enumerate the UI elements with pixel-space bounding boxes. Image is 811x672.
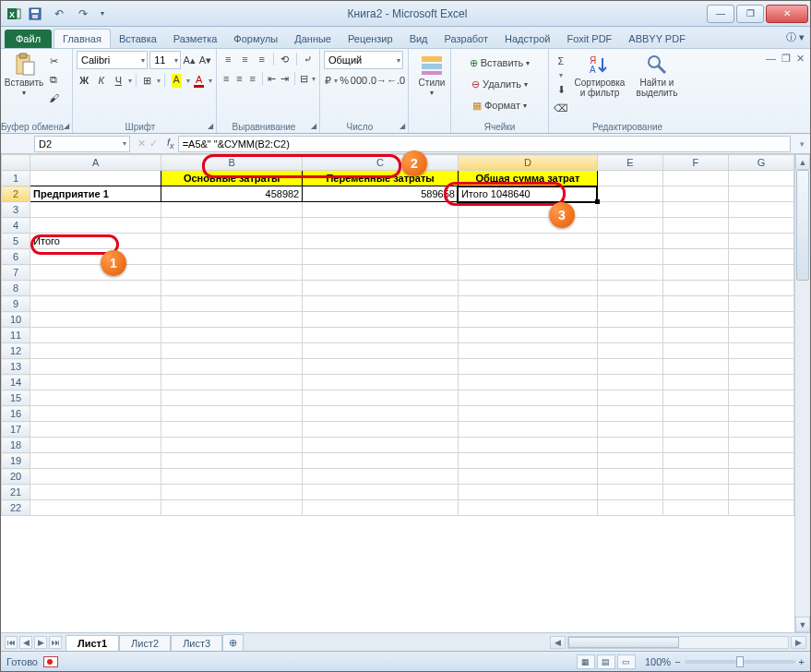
cell-E4[interactable] bbox=[597, 218, 662, 234]
row-header-10[interactable]: 10 bbox=[2, 312, 30, 328]
cell-E16[interactable] bbox=[597, 406, 662, 422]
cell-D16[interactable] bbox=[458, 406, 597, 422]
cell-D17[interactable] bbox=[458, 422, 597, 438]
cell-A17[interactable] bbox=[30, 422, 161, 438]
col-header-G[interactable]: G bbox=[728, 155, 793, 171]
zoom-knob[interactable] bbox=[736, 656, 744, 667]
qat-customize-icon[interactable]: ▾ bbox=[97, 9, 108, 18]
cell-D3[interactable] bbox=[458, 202, 597, 218]
bold-button[interactable]: Ж bbox=[77, 72, 92, 89]
cell-D5[interactable] bbox=[458, 234, 597, 249]
hscroll-track[interactable] bbox=[567, 636, 789, 649]
tab-home[interactable]: Главная bbox=[54, 29, 111, 48]
vertical-scrollbar[interactable]: ▲ ▼ bbox=[794, 154, 810, 632]
qat-redo-icon[interactable]: ↷ bbox=[73, 5, 93, 23]
cell-B19[interactable] bbox=[161, 453, 303, 469]
cell-A9[interactable] bbox=[30, 296, 161, 312]
row-header-18[interactable]: 18 bbox=[2, 438, 30, 453]
cell-B16[interactable] bbox=[161, 406, 303, 422]
percent-icon[interactable]: % bbox=[340, 72, 349, 89]
cell-E22[interactable] bbox=[597, 500, 662, 516]
row-header-9[interactable]: 9 bbox=[2, 296, 30, 312]
tab-addins[interactable]: Надстрой bbox=[496, 30, 558, 48]
zoom-out-icon[interactable]: − bbox=[674, 656, 680, 667]
underline-button[interactable]: Ч bbox=[111, 72, 126, 89]
cell-A16[interactable] bbox=[30, 406, 161, 422]
ribbon-help-icon[interactable]: ⓘ ▾ bbox=[781, 27, 810, 48]
cell-A8[interactable] bbox=[30, 281, 161, 296]
cell-C11[interactable] bbox=[303, 328, 459, 343]
decrease-font-icon[interactable]: A▾ bbox=[198, 52, 212, 68]
cell-F9[interactable] bbox=[662, 296, 728, 312]
cell-C20[interactable] bbox=[303, 469, 459, 485]
cell-D12[interactable] bbox=[458, 343, 597, 359]
cell-D13[interactable] bbox=[458, 359, 597, 375]
doc-restore-icon[interactable]: ❐ bbox=[781, 53, 791, 65]
cell-D9[interactable] bbox=[458, 296, 597, 312]
cell-B13[interactable] bbox=[161, 359, 303, 375]
cell-A13[interactable] bbox=[30, 359, 161, 375]
cell-F21[interactable] bbox=[662, 485, 728, 500]
cell-C13[interactable] bbox=[303, 359, 459, 375]
cut-icon[interactable]: ✂ bbox=[45, 53, 62, 69]
row-header-1[interactable]: 1 bbox=[2, 171, 30, 186]
view-page-layout-icon[interactable]: ▤ bbox=[597, 654, 615, 669]
copy-icon[interactable]: ⧉ bbox=[45, 71, 62, 88]
cell-C4[interactable] bbox=[303, 218, 459, 234]
cell-C8[interactable] bbox=[303, 281, 459, 296]
cell-G9[interactable] bbox=[728, 296, 793, 312]
cell-B10[interactable] bbox=[161, 312, 303, 328]
sheet-nav-first-icon[interactable]: ⏮ bbox=[5, 636, 18, 649]
cell-C12[interactable] bbox=[303, 343, 459, 359]
cell-G1[interactable] bbox=[728, 171, 793, 186]
cell-G20[interactable] bbox=[728, 469, 793, 485]
cell-G19[interactable] bbox=[728, 453, 793, 469]
row-header-15[interactable]: 15 bbox=[2, 390, 30, 406]
tab-review[interactable]: Рецензир bbox=[340, 30, 401, 48]
autosum-icon[interactable]: Σ bbox=[553, 53, 569, 69]
cell-F8[interactable] bbox=[662, 281, 728, 296]
border-icon[interactable]: ⊞ bbox=[140, 72, 156, 89]
hscroll-left-icon[interactable]: ◀ bbox=[550, 636, 566, 649]
cell-G6[interactable] bbox=[728, 249, 793, 265]
view-page-break-icon[interactable]: ▭ bbox=[617, 654, 636, 669]
row-header-13[interactable]: 13 bbox=[2, 359, 30, 375]
cell-C5[interactable] bbox=[303, 234, 459, 249]
col-header-F[interactable]: F bbox=[662, 155, 728, 171]
cell-F10[interactable] bbox=[662, 312, 728, 328]
font-size-combo[interactable]: 11 bbox=[149, 51, 180, 69]
cell-A3[interactable] bbox=[30, 202, 161, 218]
cell-C15[interactable] bbox=[303, 390, 459, 406]
sheet-tab-1[interactable]: Лист1 bbox=[66, 635, 119, 651]
clipboard-launcher-icon[interactable]: ◢ bbox=[64, 122, 69, 130]
format-painter-icon[interactable]: 🖌 bbox=[45, 90, 62, 106]
cell-B18[interactable] bbox=[161, 438, 303, 453]
sheet-nav-next-icon[interactable]: ▶ bbox=[34, 636, 47, 649]
fx-cancel-icon[interactable]: ✕ bbox=[137, 138, 146, 150]
cell-B1[interactable]: Основные затраты bbox=[161, 171, 303, 186]
cell-G4[interactable] bbox=[728, 218, 793, 234]
cell-F2[interactable] bbox=[662, 186, 728, 202]
cell-G16[interactable] bbox=[728, 406, 793, 422]
cell-E13[interactable] bbox=[597, 359, 662, 375]
cell-B5[interactable] bbox=[161, 234, 303, 249]
cell-B7[interactable] bbox=[161, 265, 303, 281]
cell-B17[interactable] bbox=[161, 422, 303, 438]
cell-F13[interactable] bbox=[662, 359, 728, 375]
wrap-text-icon[interactable]: ⤶ bbox=[301, 51, 316, 67]
cell-B21[interactable] bbox=[161, 485, 303, 500]
col-header-B[interactable]: B bbox=[161, 155, 303, 171]
scroll-down-icon[interactable]: ▼ bbox=[795, 617, 810, 632]
sheet-nav-prev-icon[interactable]: ◀ bbox=[19, 636, 32, 649]
scroll-up-icon[interactable]: ▲ bbox=[795, 154, 810, 170]
name-box[interactable]: D2 bbox=[34, 136, 130, 152]
cell-D11[interactable] bbox=[458, 328, 597, 343]
tab-layout[interactable]: Разметка bbox=[165, 30, 226, 48]
cell-E20[interactable] bbox=[597, 469, 662, 485]
cell-E2[interactable] bbox=[597, 186, 662, 202]
increase-decimal-icon[interactable]: .0→ bbox=[369, 72, 386, 89]
cell-C22[interactable] bbox=[303, 500, 459, 516]
cell-F14[interactable] bbox=[662, 375, 728, 390]
col-header-D[interactable]: D bbox=[458, 155, 597, 171]
cell-E14[interactable] bbox=[597, 375, 662, 390]
